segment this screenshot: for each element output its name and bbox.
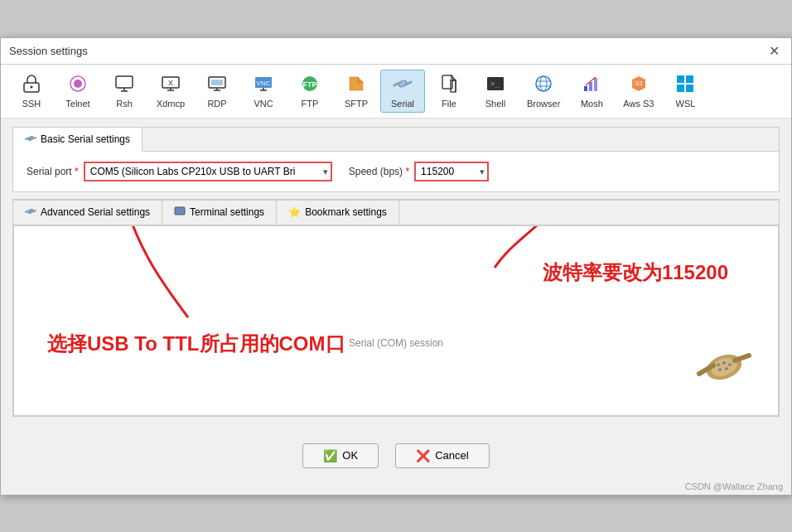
toolbar-item-rdp[interactable]: RDP — [195, 70, 239, 113]
svg-point-59 — [725, 367, 728, 370]
speed-select-wrapper: 115200 9600 57600 — [414, 162, 489, 181]
xdmcp-icon: X — [161, 74, 181, 97]
speed-group: Speed (bps) * 115200 9600 57600 — [349, 162, 489, 181]
serial-icon — [393, 74, 413, 97]
rsh-icon — [114, 74, 134, 97]
toolbar-item-telnet[interactable]: Telnet — [56, 70, 100, 113]
toolbar-item-sftp[interactable]: SFTP — [334, 70, 379, 113]
file-icon — [439, 74, 459, 97]
svg-rect-49 — [175, 207, 185, 215]
speed-label: Speed (bps) * — [349, 166, 409, 177]
advanced-serial-tab[interactable]: Advanced Serial settings — [13, 200, 162, 225]
shell-label: Shell — [485, 99, 505, 109]
svg-line-46 — [26, 210, 28, 212]
svg-rect-27 — [451, 80, 456, 92]
aws-s3-icon: S3 — [629, 74, 649, 97]
browser-label: Browser — [527, 99, 560, 109]
sftp-label: SFTP — [345, 99, 368, 109]
serial-port-label: Serial port * — [27, 166, 79, 177]
ssh-label: SSH — [22, 99, 41, 109]
toolbar-item-ftp[interactable]: FTP FTP — [287, 70, 332, 113]
com-port-annotation: 选择USB To TTL所占用的COM口 — [47, 331, 345, 357]
svg-rect-4 — [116, 76, 133, 88]
toolbar-item-rsh[interactable]: Rsh — [102, 70, 147, 113]
svg-point-30 — [536, 76, 551, 91]
telnet-label: Telnet — [65, 99, 89, 109]
toolbar: SSH Telnet Rsh X Xdmcp RDP — [1, 65, 791, 118]
svg-text:S3: S3 — [635, 80, 643, 86]
ok-button[interactable]: ✅ OK — [302, 443, 379, 468]
svg-rect-40 — [677, 85, 684, 92]
title-bar: Session settings ✕ — [1, 38, 791, 65]
svg-line-54 — [735, 355, 749, 360]
svg-point-2 — [74, 80, 82, 88]
vnc-icon: VNC — [254, 74, 273, 97]
toolbar-item-file[interactable]: File — [427, 70, 471, 113]
sftp-icon — [346, 74, 366, 97]
xdmcp-label: Xdmcp — [157, 99, 185, 109]
svg-rect-34 — [584, 86, 587, 91]
browser-icon — [534, 74, 553, 97]
basic-serial-tab[interactable]: Basic Serial settings — [13, 128, 142, 152]
ftp-icon: FTP — [300, 74, 320, 97]
basic-serial-tab-header: Basic Serial settings — [13, 128, 779, 152]
ok-label: OK — [342, 449, 358, 462]
svg-rect-35 — [589, 82, 592, 91]
bookmark-settings-tab[interactable]: ⭐ Bookmark settings — [277, 200, 399, 225]
lower-tab-header: Advanced Serial settings Terminal settin… — [13, 200, 779, 225]
rsh-label: Rsh — [116, 99, 133, 109]
toolbar-item-browser[interactable]: Browser — [519, 70, 567, 113]
svg-text:X: X — [168, 79, 173, 87]
serial-port-select[interactable]: COM5 (Silicon Labs CP210x USB to UART Br… — [84, 162, 332, 181]
svg-point-31 — [540, 76, 547, 91]
basic-serial-tab-icon — [25, 133, 36, 147]
mosh-icon — [582, 74, 601, 97]
svg-point-56 — [722, 361, 726, 365]
serial-port-required: * — [72, 166, 79, 177]
terminal-settings-tab-label: Terminal settings — [190, 206, 264, 218]
main-content-area: 波特率要改为115200 选择USB To TTL所占用的COM口 — [13, 225, 779, 416]
ftp-label: FTP — [302, 99, 319, 109]
speed-required: * — [403, 166, 409, 177]
basic-serial-tab-content: Serial port * COM5 (Silicon Labs CP210x … — [13, 152, 779, 191]
window-title: Session settings — [9, 45, 88, 57]
baud-rate-annotation: 波特率要改为115200 — [543, 259, 728, 286]
serial-label-toolbar: Serial — [391, 99, 414, 109]
svg-point-55 — [717, 363, 720, 366]
close-button[interactable]: ✕ — [765, 43, 783, 59]
svg-rect-38 — [677, 75, 684, 83]
toolbar-item-shell[interactable]: >_ Shell — [473, 70, 518, 113]
svg-rect-36 — [594, 78, 597, 91]
svg-rect-39 — [686, 75, 693, 83]
toolbar-item-vnc[interactable]: VNC VNC — [241, 70, 286, 113]
toolbar-item-serial[interactable]: Serial — [380, 70, 425, 113]
bookmark-settings-icon: ⭐ — [288, 206, 301, 218]
wsl-icon — [675, 74, 695, 97]
terminal-settings-icon — [174, 206, 186, 220]
svg-text:VNC: VNC — [257, 80, 271, 87]
svg-point-1 — [31, 85, 33, 88]
toolbar-item-ssh[interactable]: SSH — [9, 70, 54, 113]
svg-rect-14 — [211, 80, 223, 85]
toolbar-item-aws-s3[interactable]: S3 Aws S3 — [616, 70, 661, 113]
svg-line-43 — [26, 138, 28, 139]
svg-line-44 — [33, 138, 36, 139]
advanced-serial-tab-icon — [25, 206, 36, 220]
serial-session-label: Serial (COM) session — [349, 337, 443, 349]
annotation-arrows — [14, 226, 778, 415]
toolbar-item-wsl[interactable]: WSL — [663, 70, 707, 113]
footer-buttons: ✅ OK ❌ Cancel — [1, 432, 791, 480]
telnet-icon — [68, 74, 88, 97]
cancel-button[interactable]: ❌ Cancel — [395, 443, 489, 468]
shell-icon: >_ — [485, 74, 505, 97]
svg-text:FTP: FTP — [303, 80, 317, 89]
toolbar-item-mosh[interactable]: Mosh — [569, 70, 614, 113]
terminal-settings-tab[interactable]: Terminal settings — [162, 200, 277, 225]
speed-select[interactable]: 115200 9600 57600 — [414, 162, 489, 181]
cancel-label: Cancel — [435, 449, 468, 462]
serial-connector-icon — [695, 344, 753, 399]
toolbar-item-xdmcp[interactable]: X Xdmcp — [148, 70, 193, 113]
basic-serial-section: Basic Serial settings Serial port * COM5… — [12, 127, 780, 192]
svg-point-58 — [718, 368, 722, 371]
serial-port-select-wrapper: COM5 (Silicon Labs CP210x USB to UART Br… — [84, 162, 332, 181]
